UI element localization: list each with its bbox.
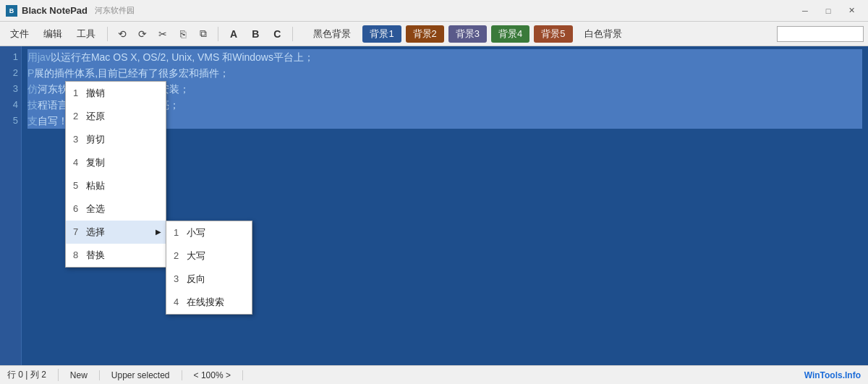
submenu-item-search-online[interactable]: 4在线搜索 — [166, 291, 252, 314]
bg-buttons: 黑色背景 背景1 背景2 背景3 背景4 背景5 白色背景 — [306, 25, 629, 43]
status-selection: Upper selected — [100, 370, 182, 380]
bg5-button[interactable]: 背景5 — [534, 25, 572, 43]
context-menu-item-selectall[interactable]: 6全选 — [66, 197, 166, 221]
app-title: Black NotePad — [22, 5, 88, 16]
bg3-button[interactable]: 背景3 — [448, 25, 487, 43]
context-menu-item-replace[interactable]: 8替换 — [66, 244, 166, 267]
line-num-2: 2 — [3, 65, 18, 81]
letter-c-button[interactable]: C — [268, 26, 286, 42]
menu-edit[interactable]: 编辑 — [38, 25, 68, 43]
status-zoom: < 100% > — [182, 370, 243, 380]
title-bar: B Black NotePad 河东软件园 ─ □ ✕ — [0, 0, 868, 22]
status-new: New — [59, 370, 100, 380]
context-menu-item-undo[interactable]: 1撤销 — [66, 82, 166, 105]
letter-a-button[interactable]: A — [224, 26, 243, 42]
app-icon: B — [6, 5, 17, 17]
letter-b-button[interactable]: B — [246, 26, 265, 42]
status-row-col: 行 0 | 列 2 — [7, 369, 59, 381]
context-menu: 1撤销 2还原 3剪切 4复制 5粘贴 6全选 7选择 — [65, 81, 166, 268]
main-area: 1 2 3 4 5 用jav以运行在Mac OS X, OS/2, Unix, … — [0, 46, 868, 365]
status-bar: 行 0 | 列 2 New Upper selected < 100% > Wi… — [0, 365, 868, 384]
maximize-button[interactable]: □ — [817, 4, 839, 18]
toolbar-separator-1 — [107, 27, 108, 41]
context-menu-item-select[interactable]: 7选择 1小写 2大写 3反向 4在线搜索 — [66, 221, 166, 244]
status-link[interactable]: WinTools.Info — [804, 370, 861, 380]
line-num-3: 3 — [3, 81, 18, 97]
toolbar-separator-3 — [292, 27, 293, 41]
search-input[interactable] — [777, 26, 864, 42]
editor-line-1: 用jav以运行在Mac OS X, OS/2, Unix, VMS 和Windo… — [27, 49, 862, 65]
toolbar: 文件 编辑 工具 ⟲ ⟳ ✂ ⎘ ⧉ A B C 黑色背景 背景1 背景2 背景… — [0, 22, 868, 46]
line-num-1: 1 — [3, 49, 18, 65]
submenu-item-lowercase[interactable]: 1小写 — [166, 221, 252, 244]
minimize-button[interactable]: ─ — [794, 4, 816, 18]
bg-white-button[interactable]: 白色背景 — [577, 25, 629, 43]
toolbar-separator-2 — [218, 27, 218, 41]
menu-tools[interactable]: 工具 — [71, 25, 101, 43]
bg-black-button[interactable]: 黑色背景 — [306, 25, 358, 43]
bg4-button[interactable]: 背景4 — [491, 25, 529, 43]
close-button[interactable]: ✕ — [841, 4, 862, 18]
submenu-select: 1小写 2大写 3反向 4在线搜索 — [166, 221, 252, 315]
redo-button[interactable]: ⟳ — [134, 25, 151, 43]
cut-button[interactable]: ✂ — [154, 25, 171, 43]
line-num-4: 4 — [3, 97, 18, 113]
undo-button[interactable]: ⟲ — [114, 25, 131, 43]
context-menu-item-copy[interactable]: 4复制 — [66, 151, 166, 174]
editor-line-2: P展的插件体系,目前已经有了很多宏和插件； — [27, 65, 862, 81]
title-bar-left: B Black NotePad 河东软件园 — [6, 5, 135, 17]
bg2-button[interactable]: 背景2 — [406, 25, 444, 43]
app-subtitle: 河东软件园 — [95, 5, 135, 16]
context-menu-item-redo[interactable]: 2还原 — [66, 105, 166, 128]
bg1-button[interactable]: 背景1 — [362, 25, 401, 43]
editor[interactable]: 用jav以运行在Mac OS X, OS/2, Unix, VMS 和Windo… — [22, 46, 868, 365]
copy-button[interactable]: ⎘ — [174, 25, 192, 43]
context-menu-item-paste[interactable]: 5粘贴 — [66, 174, 166, 197]
line-num-5: 5 — [3, 113, 18, 129]
window-controls: ─ □ ✕ — [794, 4, 862, 18]
menu-file[interactable]: 文件 — [4, 25, 35, 43]
submenu-item-uppercase[interactable]: 2大写 — [166, 244, 252, 268]
submenu-item-reverse[interactable]: 3反向 — [166, 268, 252, 291]
line-numbers: 1 2 3 4 5 — [0, 46, 22, 365]
paste-button[interactable]: ⧉ — [195, 25, 212, 43]
context-menu-item-cut[interactable]: 3剪切 — [66, 128, 166, 151]
